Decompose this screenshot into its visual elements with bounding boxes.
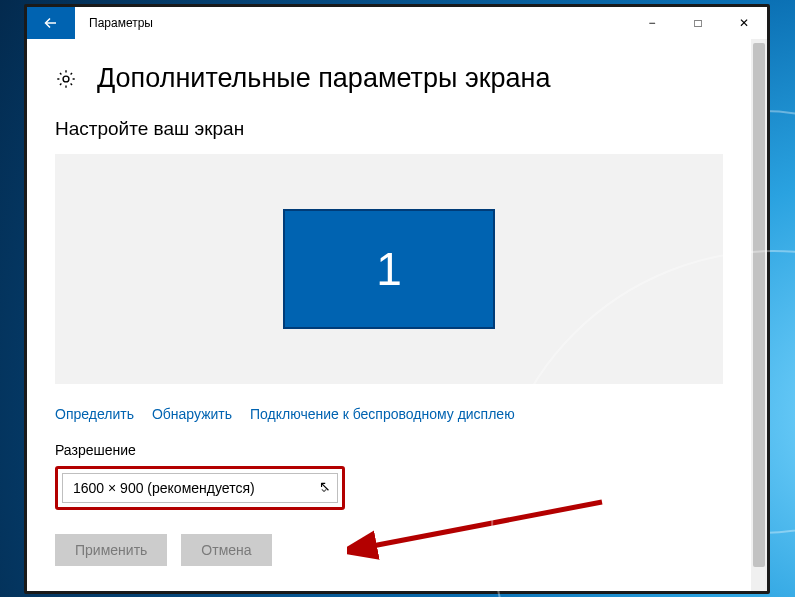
display-links: Определить Обнаружить Подключение к бесп… bbox=[55, 406, 723, 422]
minimize-button[interactable]: − bbox=[629, 7, 675, 39]
resolution-label: Разрешение bbox=[55, 442, 723, 458]
identify-link[interactable]: Определить bbox=[55, 406, 134, 422]
monitor-number: 1 bbox=[376, 242, 402, 296]
monitor-thumbnail[interactable]: 1 bbox=[283, 209, 495, 329]
maximize-icon: □ bbox=[694, 16, 701, 30]
cancel-button[interactable]: Отмена bbox=[181, 534, 271, 566]
page-title: Дополнительные параметры экрана bbox=[97, 63, 550, 94]
window-title-wrap: Параметры bbox=[75, 7, 629, 39]
window-title: Параметры bbox=[89, 16, 153, 30]
chevron-down-icon: ⌄ bbox=[319, 481, 329, 495]
window-controls: − □ ✕ bbox=[629, 7, 767, 39]
back-button[interactable] bbox=[27, 7, 75, 39]
settings-window: Параметры − □ ✕ bbox=[24, 4, 770, 594]
titlebar: Параметры − □ ✕ bbox=[27, 7, 767, 39]
wireless-display-link[interactable]: Подключение к беспроводному дисплею bbox=[250, 406, 515, 422]
apply-button[interactable]: Применить bbox=[55, 534, 167, 566]
gear-icon bbox=[55, 68, 77, 90]
detect-link[interactable]: Обнаружить bbox=[152, 406, 232, 422]
content: Дополнительные параметры экрана Настройт… bbox=[27, 39, 751, 591]
minimize-icon: − bbox=[648, 16, 655, 30]
maximize-button[interactable]: □ bbox=[675, 7, 721, 39]
close-button[interactable]: ✕ bbox=[721, 7, 767, 39]
content-wrap: Дополнительные параметры экрана Настройт… bbox=[27, 39, 767, 591]
action-buttons: Применить Отмена bbox=[55, 534, 723, 566]
page-heading: Дополнительные параметры экрана bbox=[55, 63, 723, 94]
resolution-dropdown[interactable]: 1600 × 900 (рекомендуется) ⌄ ↖ bbox=[62, 473, 338, 503]
cursor-icon: ↖ bbox=[319, 478, 331, 494]
desktop-background: Параметры − □ ✕ bbox=[0, 0, 795, 597]
annotation-highlight: 1600 × 900 (рекомендуется) ⌄ ↖ bbox=[55, 466, 345, 510]
resolution-selected-value: 1600 × 900 (рекомендуется) bbox=[73, 480, 255, 496]
section-heading: Настройте ваш экран bbox=[55, 118, 723, 140]
display-preview-panel: 1 bbox=[55, 154, 723, 384]
close-icon: ✕ bbox=[739, 16, 749, 30]
svg-point-1 bbox=[63, 76, 69, 82]
vertical-scrollbar[interactable] bbox=[751, 39, 767, 591]
arrow-left-icon bbox=[43, 15, 59, 31]
scrollbar-thumb[interactable] bbox=[753, 43, 765, 567]
